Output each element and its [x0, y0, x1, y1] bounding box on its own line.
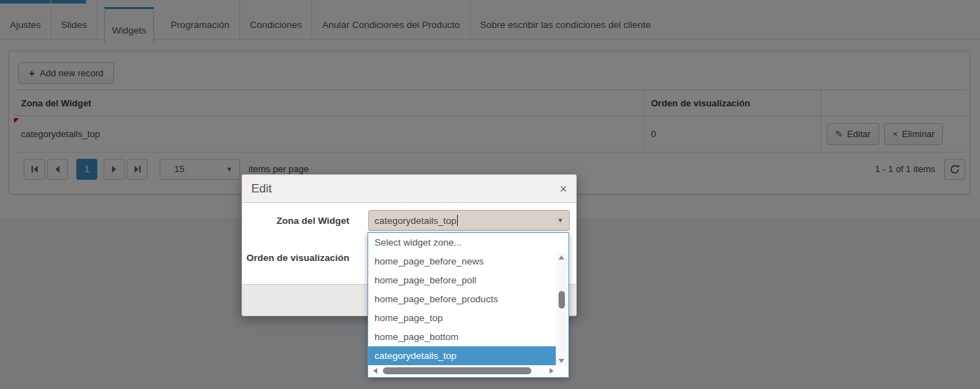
- dropdown-option-home-page-before-poll[interactable]: home_page_before_poll: [368, 271, 556, 290]
- dropdown-option-placeholder[interactable]: Select widget zone...: [368, 233, 556, 252]
- widget-zone-combobox[interactable]: categorydetails_top ▼: [368, 210, 570, 231]
- dropdown-option-categorydetails-top-selected[interactable]: categorydetails_top: [368, 346, 556, 365]
- scroll-left-icon[interactable]: [373, 368, 377, 374]
- display-order-field-label: Orden de visualización: [242, 253, 349, 263]
- scroll-right-icon[interactable]: [550, 368, 554, 374]
- dropdown-option-home-page-top[interactable]: home_page_top: [368, 309, 556, 327]
- widget-zone-combobox-value: categorydetails_top: [374, 215, 456, 226]
- vertical-scroll-thumb[interactable]: [559, 291, 565, 309]
- dropdown-option-home-page-before-products[interactable]: home_page_before_products: [368, 290, 556, 309]
- dropdown-option-home-page-bottom[interactable]: home_page_bottom: [368, 327, 556, 346]
- field-row-widget-zone: Zona del Widget categorydetails_top ▼: [242, 210, 576, 231]
- horizontal-scroll-thumb[interactable]: [383, 367, 531, 374]
- dialog-title: Edit: [251, 182, 272, 196]
- dropdown-vertical-scrollbar[interactable]: [556, 253, 567, 366]
- close-icon[interactable]: ×: [559, 183, 567, 195]
- admin-widgets-page: Ajustes Slides Widgets Programación Cond…: [0, 0, 980, 389]
- dropdown-option-home-page-before-news[interactable]: home_page_before_news: [368, 252, 556, 271]
- widget-zone-field-label: Zona del Widget: [242, 215, 349, 226]
- text-caret: [457, 215, 458, 226]
- scroll-down-icon[interactable]: [559, 359, 564, 363]
- widget-zone-dropdown-list: Select widget zone... home_page_before_n…: [368, 232, 569, 378]
- dropdown-horizontal-scrollbar[interactable]: [370, 366, 557, 376]
- combobox-arrow-icon[interactable]: ▼: [557, 217, 564, 224]
- edit-dialog-header: Edit ×: [242, 175, 576, 203]
- scroll-up-icon[interactable]: [559, 255, 564, 260]
